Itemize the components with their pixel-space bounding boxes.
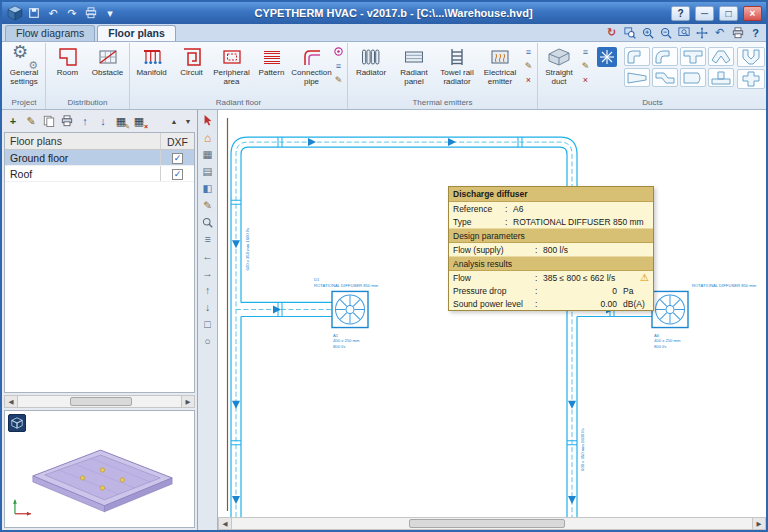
delete-dxf-button[interactable]: ▦× [131,113,147,129]
help-button[interactable]: ? [671,6,690,21]
redo-button[interactable]: ↷ [64,5,80,21]
duct-tee-button[interactable] [680,47,706,66]
svg-text:ROTATIONAL DIFFUSER 850 mm: ROTATIONAL DIFFUSER 850 mm [314,283,379,288]
canvas-scroll-right-button[interactable]: ▶ [752,518,765,529]
duct-list-icon[interactable]: ≡ [579,45,592,58]
electrical-emitter-label: Electrical emitter [479,69,521,87]
close-button[interactable]: × [743,6,762,21]
grid-toggle-button[interactable]: ▦ [200,147,216,162]
pan-icon[interactable] [694,25,709,40]
app-icon [6,5,23,22]
circle-tool-button[interactable]: ○ [200,334,216,349]
duct-transition-button[interactable] [624,68,650,87]
duct-delete-icon[interactable]: × [579,73,592,86]
emitter-delete-icon[interactable]: × [522,73,535,86]
copy-floor-button[interactable] [41,113,57,129]
dxf-checkbox-roof[interactable]: ✓ [172,169,183,180]
duct-grille-button[interactable] [593,43,621,69]
duct-takeoff-button[interactable] [708,68,734,87]
scroll-list-up-button[interactable]: ▲ [168,114,180,128]
floor-row-roof[interactable]: Roof ✓ [5,166,194,182]
diffuser-symbol-right[interactable] [652,291,688,327]
print-view-icon[interactable] [730,25,745,40]
preview-3d-panel[interactable] [4,410,195,528]
zoom-extents-icon[interactable] [676,25,691,40]
towel-rail-button[interactable]: Towel rail radiator [436,43,478,87]
duct-offset-button[interactable] [652,68,678,87]
duct-edit-icon[interactable]: ✎ [579,59,592,72]
warning-icon: ⚠ [640,273,649,283]
radiant-panel-button[interactable]: Radiant panel [393,43,435,87]
preview-scrollbar[interactable]: ◀ ▶ [4,395,195,408]
duct-elbow-button[interactable] [624,47,650,66]
undo-button[interactable]: ↶ [45,5,61,21]
drawing-canvas[interactable]: D1 ROTATIONAL DIFFUSER 850 mm A1 400 x 2… [218,110,766,517]
scroll-list-down-button[interactable]: ▼ [182,114,194,128]
scroll-right-button[interactable]: ▶ [181,396,194,407]
pan-right-button[interactable]: → [200,266,216,281]
save-button[interactable] [26,5,42,21]
radiator-button[interactable]: Radiator [350,43,392,78]
canvas-scrollbar-thumb[interactable] [409,519,565,528]
tooltip-design-header: Design parameters [449,228,653,243]
scroll-left-button[interactable]: ◀ [5,396,18,407]
room-button[interactable]: Room [48,43,87,78]
connection-pipe-button[interactable]: Connection pipe [292,43,331,87]
manifold-button[interactable]: Manifold [132,43,171,78]
move-down-button[interactable]: ↓ [95,113,111,129]
edit-floor-button[interactable]: ✎ [23,113,39,129]
zoom-out-icon[interactable] [658,25,673,40]
print-floor-button[interactable] [59,113,75,129]
circuit-list-icon[interactable]: ≡ [332,59,345,72]
scrollbar-thumb[interactable] [70,397,132,406]
dxf-checkbox-ground[interactable]: ✓ [172,153,183,164]
duct-wye-button[interactable] [708,47,734,66]
entities-table-button[interactable]: ▤ [200,164,216,179]
move-up-button[interactable]: ↑ [77,113,93,129]
add-floor-button[interactable]: + [5,113,21,129]
tab-flow-diagrams[interactable]: Flow diagrams [5,25,95,41]
circuit-button[interactable]: Circuit [172,43,211,78]
canvas-horizontal-scrollbar[interactable]: ◀ ▶ [218,517,766,530]
pan-left-button[interactable]: ← [200,249,216,264]
edit-dxf-button[interactable]: ▦✎ [113,113,129,129]
peripheral-area-button[interactable]: Peripheral area [212,43,251,87]
previous-view-icon[interactable]: ↶ [712,25,727,40]
pattern-button[interactable]: Pattern [252,43,291,78]
duct-cross-button[interactable] [737,69,765,89]
home-view-button[interactable]: ⌂ [200,130,216,145]
emitter-list-icon[interactable]: ≡ [522,45,535,58]
view-help-icon[interactable]: ? [748,25,763,40]
floor-row-ground[interactable]: Ground floor ✓ [5,150,194,166]
emitter-edit-icon[interactable]: ✎ [522,59,535,72]
redraw-icon[interactable]: ↻ [604,25,619,40]
select-tool-button[interactable] [200,113,216,128]
minimize-button[interactable]: ─ [695,6,714,21]
canvas-scroll-left-button[interactable]: ◀ [219,518,232,529]
pan-up-button[interactable]: ↑ [200,283,216,298]
toolbar-options-dropdown[interactable]: ▾ [102,5,118,21]
main-area: + ✎ ↑ ↓ ▦✎ ▦× ▲ ▼ Floor plans DXF Ground… [2,110,766,530]
maximize-button[interactable]: □ [719,6,738,21]
view-3d-button[interactable] [8,414,26,432]
straight-duct-button[interactable]: Straight duct [540,43,578,87]
pan-down-button[interactable]: ↓ [200,300,216,315]
duct-end-cap-button[interactable] [680,68,706,87]
zoom-tool-button[interactable] [200,215,216,230]
zoom-in-icon[interactable] [640,25,655,40]
circuit-edit-icon[interactable]: ✎ [332,73,345,86]
region-tool-button[interactable]: □ [200,317,216,332]
circuit-spiral-icon[interactable] [332,45,345,58]
print-button[interactable] [83,5,99,21]
duct-curved-elbow-button[interactable] [652,47,678,66]
layers-panel-button[interactable]: ◧ [200,181,216,196]
tab-floor-plans[interactable]: Floor plans [97,25,176,41]
duct-pants-button[interactable] [737,47,765,67]
electrical-emitter-button[interactable]: Electrical emitter [479,43,521,87]
edit-tool-button[interactable]: ✎ [200,198,216,213]
obstacle-button[interactable]: Obstacle [88,43,127,78]
general-settings-button[interactable]: ⚙⚙ General settings [5,43,43,87]
object-list-button[interactable]: ≡ [200,232,216,247]
diffuser-symbol-left[interactable] [332,291,368,327]
zoom-window-icon[interactable] [622,25,637,40]
